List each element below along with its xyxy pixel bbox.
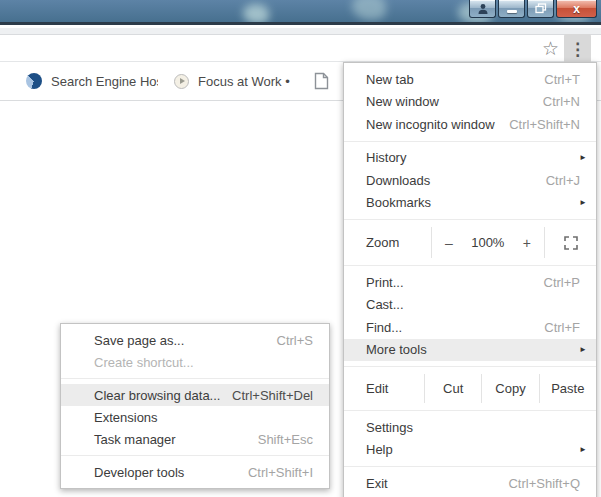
menu-item-label: Cast...	[366, 297, 587, 312]
menu-item-label: New window	[366, 94, 543, 109]
zoom-label-text: Zoom	[366, 235, 399, 250]
menu-section: History►DownloadsCtrl+JBookmarks►	[344, 142, 596, 221]
menu-item-new-window[interactable]: New windowCtrl+N	[344, 91, 596, 114]
menu-item-label: Find...	[366, 320, 544, 335]
minimize-button[interactable]	[498, 0, 525, 18]
bookmark-item[interactable]: Focus at Work • Rela	[166, 68, 292, 94]
more-tools-submenu: Save page as...Ctrl+SCreate shortcut...C…	[60, 323, 330, 489]
menu-item-shortcut: Ctrl+Shift+Del	[232, 388, 313, 403]
menu-item-shortcut: Ctrl+Shift+I	[248, 465, 313, 480]
menu-item-create-shortcut: Create shortcut...	[61, 351, 329, 373]
menu-section: New tabCtrl+TNew windowCtrl+NNew incogni…	[344, 63, 596, 142]
menu-item-label: Clear browsing data...	[94, 388, 232, 403]
paste-button[interactable]: Paste	[539, 374, 596, 403]
submenu-arrow-icon: ►	[579, 153, 587, 162]
bookmark-label: Search Engine Host	[51, 74, 158, 89]
menu-item-shortcut: Ctrl+J	[546, 173, 580, 188]
menu-item-label: Extensions	[94, 410, 320, 425]
menu-item-help[interactable]: Help►	[344, 439, 596, 462]
menu-item-find[interactable]: Find...Ctrl+F	[344, 316, 596, 339]
menu-item-label: Exit	[366, 476, 508, 491]
close-icon: x	[573, 3, 580, 15]
menu-item-print[interactable]: Print...Ctrl+P	[344, 271, 596, 294]
zoom-out-button[interactable]: –	[445, 235, 453, 251]
wallpaper-blur	[352, 0, 386, 20]
edit-row: EditCutCopyPaste	[344, 374, 596, 403]
profile-button[interactable]	[469, 0, 496, 18]
wallpaper-blur	[243, 4, 269, 24]
menu-item-shortcut: Ctrl+T	[544, 72, 580, 87]
menu-section: Save page as...Ctrl+SCreate shortcut...	[61, 324, 329, 379]
menu-section: Clear browsing data...Ctrl+Shift+DelExte…	[61, 379, 329, 456]
zoom-row: Zoom–100%+	[344, 227, 596, 258]
cut-button[interactable]: Cut	[424, 374, 481, 403]
menu-item-shortcut: Shift+Esc	[258, 432, 313, 447]
fullscreen-icon	[564, 236, 578, 250]
menu-section: Developer toolsCtrl+Shift+I	[61, 456, 329, 488]
menu-item-label: Print...	[366, 275, 544, 290]
menu-item-downloads[interactable]: DownloadsCtrl+J	[344, 169, 596, 192]
bookmark-item[interactable]	[314, 72, 329, 90]
menu-item-label: Downloads	[366, 173, 546, 188]
submenu-arrow-icon: ►	[579, 345, 587, 354]
zoom-in-button[interactable]: +	[523, 235, 531, 251]
menu-item-shortcut: Ctrl+S	[277, 333, 313, 348]
menu-item-exit[interactable]: ExitCtrl+Shift+Q	[344, 472, 596, 495]
menu-item-label: New tab	[366, 72, 544, 87]
fullscreen-button[interactable]	[544, 227, 596, 258]
page-icon	[314, 72, 329, 90]
browser-toolbar: ☆ ⋮	[0, 36, 601, 62]
menu-item-label: Help	[366, 442, 573, 457]
menu-item-label: Settings	[366, 420, 587, 435]
menu-section: Print...Ctrl+PCast...Find...Ctrl+FMore t…	[344, 266, 596, 367]
close-button[interactable]: x	[556, 0, 597, 18]
minimize-icon	[507, 10, 517, 13]
tab-strip	[0, 28, 601, 35]
menu-section: ExitCtrl+Shift+Q	[344, 467, 596, 497]
menu-item-save-page-as[interactable]: Save page as...Ctrl+S	[61, 329, 329, 351]
person-icon	[477, 3, 489, 15]
zoom-controls: –100%+	[431, 227, 544, 258]
menu-item-settings[interactable]: Settings	[344, 416, 596, 439]
menu-item-new-tab[interactable]: New tabCtrl+T	[344, 68, 596, 91]
menu-item-shortcut: Ctrl+F	[544, 320, 580, 335]
bookmark-item[interactable]: Search Engine Host	[18, 68, 158, 94]
menu-item-shortcut: Ctrl+P	[544, 275, 580, 290]
submenu-arrow-icon: ►	[579, 445, 587, 454]
bookmark-star-icon[interactable]: ☆	[542, 37, 559, 60]
zoom-level-value: 100%	[471, 235, 504, 250]
restore-button[interactable]	[527, 0, 554, 18]
zoom-label: Zoom	[344, 227, 431, 258]
play-circle-favicon	[174, 74, 189, 89]
menu-item-cast[interactable]: Cast...	[344, 294, 596, 317]
menu-item-shortcut: Ctrl+Shift+Q	[508, 476, 580, 491]
menu-item-new-incognito-window[interactable]: New incognito windowCtrl+Shift+N	[344, 113, 596, 136]
menu-dots-button[interactable]: ⋮	[564, 34, 591, 64]
caption-buttons: x	[469, 0, 597, 18]
menu-item-label: New incognito window	[366, 117, 509, 132]
menu-item-label: Create shortcut...	[94, 355, 320, 370]
menu-item-task-manager[interactable]: Task managerShift+Esc	[61, 428, 329, 450]
menu-section: SettingsHelp►	[344, 411, 596, 467]
menu-item-history[interactable]: History►	[344, 147, 596, 170]
window-titlebar: x	[0, 0, 601, 25]
submenu-arrow-icon: ►	[579, 198, 587, 207]
menu-item-label: More tools	[366, 342, 573, 357]
globe-blue-favicon	[26, 73, 42, 89]
menu-section: Zoom–100%+	[344, 220, 596, 266]
menu-section: EditCutCopyPaste	[344, 367, 596, 411]
menu-item-extensions[interactable]: Extensions	[61, 406, 329, 428]
copy-button[interactable]: Copy	[481, 374, 538, 403]
menu-item-shortcut: Ctrl+N	[543, 94, 580, 109]
menu-item-more-tools[interactable]: More tools►	[344, 339, 596, 362]
bookmark-label: Focus at Work • Rela	[198, 74, 292, 89]
menu-item-shortcut: Ctrl+Shift+N	[509, 117, 580, 132]
menu-item-label: Task manager	[94, 432, 258, 447]
menu-item-clear-browsing-data[interactable]: Clear browsing data...Ctrl+Shift+Del	[61, 384, 329, 406]
menu-item-label: Developer tools	[94, 465, 248, 480]
edit-label: Edit	[344, 374, 424, 403]
menu-item-developer-tools[interactable]: Developer toolsCtrl+Shift+I	[61, 461, 329, 483]
restore-icon	[535, 3, 547, 14]
menu-item-bookmarks[interactable]: Bookmarks►	[344, 192, 596, 215]
menu-item-label: Save page as...	[94, 333, 277, 348]
